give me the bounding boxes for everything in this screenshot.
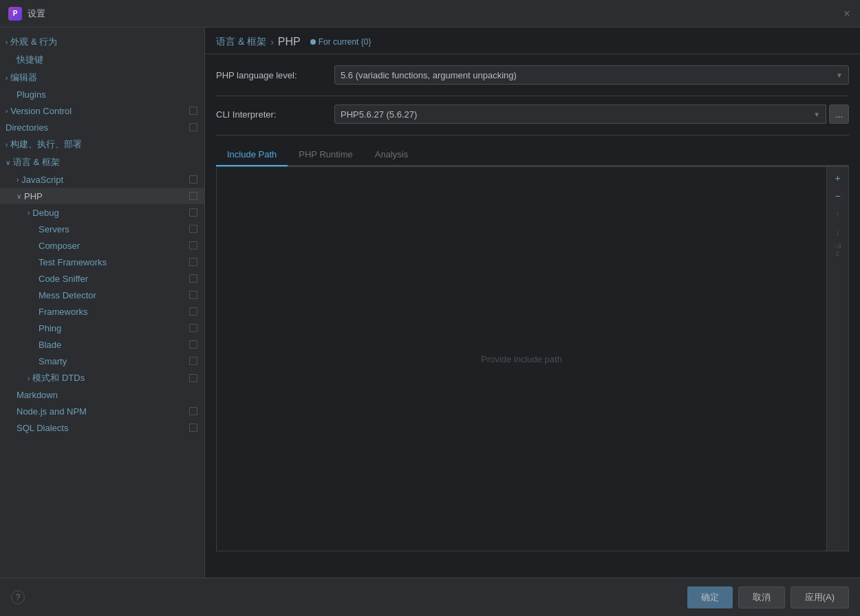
tab-analysis[interactable]: Analysis: [364, 144, 419, 166]
php-language-level-value: 5.6 (variadic functions, argument unpack…: [341, 70, 517, 80]
save-indicator-icon: [188, 355, 199, 366]
dropdown-arrow-icon: ▼: [836, 72, 843, 79]
tab-php-runtime[interactable]: PHP Runtime: [288, 144, 364, 166]
save-indicator-icon: [188, 289, 199, 300]
confirm-button[interactable]: 确定: [687, 586, 733, 608]
arrow-icon: ›: [17, 176, 19, 184]
sidebar-item-composer[interactable]: Composer: [0, 237, 204, 254]
apply-button[interactable]: 应用(A): [791, 586, 849, 608]
window-title: 设置: [28, 8, 45, 20]
sidebar-item-markdown[interactable]: Markdown: [0, 387, 204, 403]
sort-button[interactable]: ↓az: [830, 241, 846, 258]
sidebar-item-label: Node.js and NPM: [17, 406, 188, 417]
add-path-button[interactable]: +: [830, 170, 846, 186]
sidebar-item-javascript[interactable]: › JavaScript: [0, 171, 204, 188]
sidebar-item-version-control[interactable]: › Version Control: [0, 102, 204, 119]
cli-interpreter-value: PHP5.6.27 (5.6.27): [341, 109, 417, 120]
sidebar-item-smarty[interactable]: Smarty: [0, 353, 204, 369]
sidebar-item-blade[interactable]: Blade: [0, 336, 204, 353]
php-language-level-label: PHP language level:: [216, 70, 326, 80]
sidebar-item-editor[interactable]: › 编辑器: [0, 69, 204, 87]
sidebar-item-patterns-dtds[interactable]: › 模式和 DTDs: [0, 369, 204, 387]
tab-include-path[interactable]: Include Path: [216, 144, 288, 166]
sidebar-item-label: 编辑器: [10, 72, 199, 84]
arrow-icon: ›: [28, 209, 30, 217]
save-indicator-icon: [188, 174, 199, 185]
sidebar-item-directories[interactable]: Directories: [0, 119, 204, 135]
cli-interpreter-row: CLI Interpreter: PHP5.6.27 (5.6.27) ▼ ..…: [216, 104, 849, 124]
include-path-area: Provide include path + − ↑ ↓ ↓az: [216, 166, 849, 551]
save-indicator-icon: [188, 339, 199, 350]
path-toolbar: + − ↑ ↓ ↓az: [826, 167, 848, 551]
cli-interpreter-label: CLI Interpreter:: [216, 109, 326, 120]
sidebar-item-label: 快捷键: [17, 54, 199, 66]
sidebar-item-label: Plugins: [17, 89, 199, 100]
sidebar-item-build[interactable]: › 构建、执行、部署: [0, 135, 204, 153]
sidebar-item-label: Mess Detector: [39, 290, 188, 300]
sidebar-item-php[interactable]: ∨ PHP: [0, 188, 204, 204]
breadcrumb-current: PHP: [278, 36, 301, 48]
sidebar-item-label: Smarty: [39, 356, 188, 366]
sidebar-item-mess-detector[interactable]: Mess Detector: [0, 287, 204, 303]
tab-content-include-path: Provide include path + − ↑ ↓ ↓az: [216, 166, 849, 551]
cli-dropdown-arrow-icon: ▼: [813, 111, 820, 118]
breadcrumb-separator: ›: [270, 36, 274, 47]
save-indicator-icon: [188, 207, 199, 218]
sidebar-item-label: Composer: [39, 241, 188, 251]
sidebar-item-label: Directories: [6, 122, 188, 133]
move-up-button[interactable]: ↑: [830, 206, 846, 222]
sidebar-item-debug[interactable]: › Debug: [0, 204, 204, 221]
sidebar-item-label: 构建、执行、部署: [10, 138, 199, 151]
sidebar-item-code-sniffer[interactable]: Code Sniffer: [0, 270, 204, 287]
title-bar: P 设置 ×: [0, 0, 860, 28]
sidebar-item-label: 外观 & 行为: [10, 36, 199, 48]
sidebar-item-phing[interactable]: Phing: [0, 320, 204, 336]
save-indicator-icon: [188, 406, 199, 417]
help-button[interactable]: ?: [11, 591, 25, 604]
arrow-icon: ›: [28, 375, 30, 382]
cli-interpreter-dropdown[interactable]: PHP5.6.27 (5.6.27) ▼: [334, 104, 826, 124]
sidebar-item-nodejs[interactable]: Node.js and NPM: [0, 403, 204, 419]
save-indicator-icon: [188, 105, 199, 116]
sidebar-item-sql-dialects[interactable]: SQL Dialects: [0, 419, 204, 436]
breadcrumb-scope: For current {0}: [310, 37, 372, 47]
sidebar-item-servers[interactable]: Servers: [0, 221, 204, 237]
move-down-button[interactable]: ↓: [830, 223, 846, 240]
sidebar-item-lang-framework[interactable]: ∨ 语言 & 框架: [0, 153, 204, 171]
save-indicator-icon: [188, 322, 199, 333]
settings-separator: [216, 96, 849, 96]
sidebar-item-label: Frameworks: [39, 307, 188, 317]
sidebar-item-shortcuts[interactable]: 快捷键: [0, 51, 204, 69]
scope-dot-icon: [310, 39, 316, 45]
save-indicator-icon: [188, 240, 199, 251]
footer-right: 确定 取消 应用(A): [687, 586, 849, 608]
cli-interpreter-control: PHP5.6.27 (5.6.27) ▼ ...: [334, 104, 849, 124]
sidebar-item-label: 语言 & 框架: [13, 156, 199, 168]
sidebar-item-frameworks[interactable]: Frameworks: [0, 303, 204, 320]
sidebar-item-label: Servers: [39, 224, 188, 234]
sidebar-item-test-frameworks[interactable]: Test Frameworks: [0, 254, 204, 270]
footer-left: ?: [11, 591, 25, 604]
sidebar-item-label: Version Control: [10, 106, 188, 116]
php-language-level-row: PHP language level: 5.6 (variadic functi…: [216, 65, 849, 85]
remove-path-button[interactable]: −: [830, 188, 846, 204]
tab-include-path-label: Include Path: [227, 149, 277, 160]
arrow-icon: ›: [6, 141, 8, 148]
sidebar-item-label: Debug: [32, 208, 188, 218]
footer: ? 确定 取消 应用(A): [0, 578, 860, 616]
sidebar-item-label: Test Frameworks: [39, 257, 188, 267]
sidebar-item-plugins[interactable]: Plugins: [0, 87, 204, 102]
cli-interpreter-more-button[interactable]: ...: [829, 104, 849, 124]
save-indicator-icon: [188, 122, 199, 133]
tab-php-runtime-label: PHP Runtime: [299, 149, 353, 160]
breadcrumb: 语言 & 框架 › PHP For current {0}: [205, 28, 860, 54]
sidebar-item-label: Phing: [39, 323, 188, 333]
sidebar-item-label: Blade: [39, 340, 188, 350]
arrow-icon: ›: [6, 38, 8, 46]
php-language-level-dropdown[interactable]: 5.6 (variadic functions, argument unpack…: [334, 65, 849, 85]
close-button[interactable]: ×: [842, 9, 852, 19]
cancel-button[interactable]: 取消: [738, 586, 785, 608]
settings-separator-2: [216, 135, 849, 135]
tab-analysis-label: Analysis: [375, 149, 408, 160]
sidebar-item-appearance[interactable]: › 外观 & 行为: [0, 33, 204, 51]
